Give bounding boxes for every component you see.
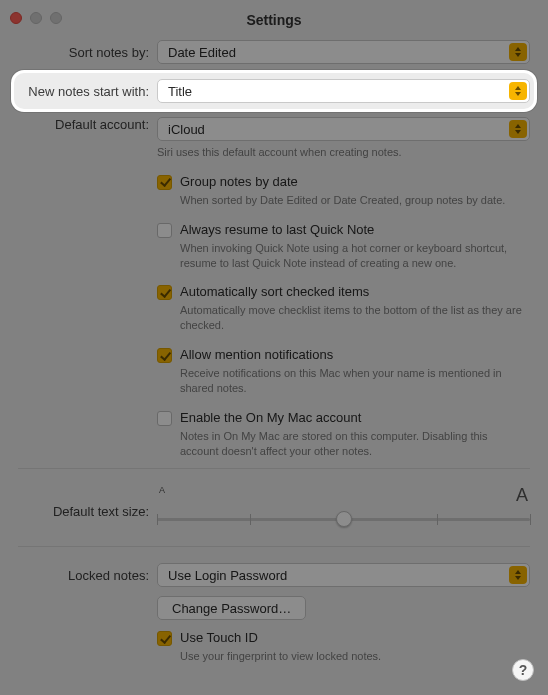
text-size-row: Default text size: A A	[18, 485, 530, 530]
mentions-label: Allow mention notifications	[180, 347, 530, 362]
updown-icon	[509, 120, 527, 138]
minimize-window-icon[interactable]	[30, 12, 42, 24]
change-password-button[interactable]: Change Password…	[157, 596, 306, 620]
resume-quicknote-checkbox[interactable]	[157, 223, 172, 238]
slider-tick	[530, 514, 531, 525]
close-window-icon[interactable]	[10, 12, 22, 24]
sort-popup[interactable]: Date Edited	[157, 40, 530, 64]
mentions-caption: Receive notifications on this Mac when y…	[180, 366, 530, 396]
sort-row: Sort notes by: Date Edited	[18, 40, 530, 64]
default-account-popup[interactable]: iCloud	[157, 117, 530, 141]
start-with-popup[interactable]: Title	[157, 79, 530, 103]
sort-label: Sort notes by:	[18, 45, 157, 60]
resume-quicknote-caption: When invoking Quick Note using a hot cor…	[180, 241, 530, 271]
resume-quicknote-label: Always resume to last Quick Note	[180, 222, 530, 237]
start-with-label: New notes start with:	[14, 84, 157, 99]
default-account-row: Default account: iCloud Siri uses this d…	[18, 117, 530, 160]
touchid-checkbox[interactable]	[157, 631, 172, 646]
slider-tick	[437, 514, 438, 525]
locked-notes-label: Locked notes:	[18, 568, 157, 583]
onmymac-row: Enable the On My Mac account Notes in On…	[157, 410, 530, 459]
change-password-label: Change Password…	[172, 601, 291, 616]
updown-icon	[509, 566, 527, 584]
resume-quicknote-row: Always resume to last Quick Note When in…	[157, 222, 530, 271]
onmymac-caption: Notes in On My Mac are stored on this co…	[180, 429, 530, 459]
group-by-date-row: Group notes by date When sorted by Date …	[157, 174, 530, 208]
onmymac-label: Enable the On My Mac account	[180, 410, 530, 425]
touchid-caption: Use your fingerprint to view locked note…	[180, 649, 530, 664]
sort-value: Date Edited	[168, 45, 236, 60]
start-with-row: New notes start with: Title	[14, 79, 530, 103]
locked-notes-row: Locked notes: Use Login Password	[18, 563, 530, 587]
mentions-row: Allow mention notifications Receive noti…	[157, 347, 530, 396]
start-with-value: Title	[168, 84, 192, 99]
group-by-date-caption: When sorted by Date Edited or Date Creat…	[180, 193, 530, 208]
text-size-slider[interactable]	[157, 508, 530, 530]
options-block: Group notes by date When sorted by Date …	[18, 174, 530, 459]
mentions-checkbox[interactable]	[157, 348, 172, 363]
autosort-checkbox[interactable]	[157, 285, 172, 300]
text-size-letters: A A	[157, 485, 530, 506]
default-account-value: iCloud	[168, 122, 205, 137]
start-with-row-highlight: New notes start with: Title	[14, 73, 534, 109]
group-by-date-checkbox[interactable]	[157, 175, 172, 190]
autosort-label: Automatically sort checked items	[180, 284, 530, 299]
autosort-row: Automatically sort checked items Automat…	[157, 284, 530, 333]
slider-knob[interactable]	[336, 511, 352, 527]
text-size-large-icon: A	[516, 485, 528, 506]
text-size-small-icon: A	[159, 485, 165, 506]
locked-block: Change Password… Use Touch ID Use your f…	[18, 596, 530, 664]
touchid-label: Use Touch ID	[180, 630, 530, 645]
titlebar: Settings	[0, 0, 548, 40]
divider	[18, 468, 530, 469]
autosort-caption: Automatically move checklist items to th…	[180, 303, 530, 333]
locked-notes-value: Use Login Password	[168, 568, 287, 583]
divider	[18, 546, 530, 547]
default-account-label: Default account:	[18, 117, 157, 132]
window-controls	[10, 12, 62, 24]
settings-content: Sort notes by: Date Edited New notes sta…	[0, 40, 548, 664]
text-size-label: Default text size:	[18, 496, 157, 519]
updown-icon	[509, 82, 527, 100]
group-by-date-label: Group notes by date	[180, 174, 530, 189]
touchid-row: Use Touch ID Use your fingerprint to vie…	[157, 630, 530, 664]
window-title: Settings	[0, 0, 548, 40]
help-icon: ?	[519, 662, 528, 678]
onmymac-checkbox[interactable]	[157, 411, 172, 426]
zoom-window-icon[interactable]	[50, 12, 62, 24]
slider-tick	[157, 514, 158, 525]
default-account-caption: Siri uses this default account when crea…	[157, 145, 530, 160]
slider-tick	[250, 514, 251, 525]
updown-icon	[509, 43, 527, 61]
locked-notes-popup[interactable]: Use Login Password	[157, 563, 530, 587]
help-button[interactable]: ?	[512, 659, 534, 681]
